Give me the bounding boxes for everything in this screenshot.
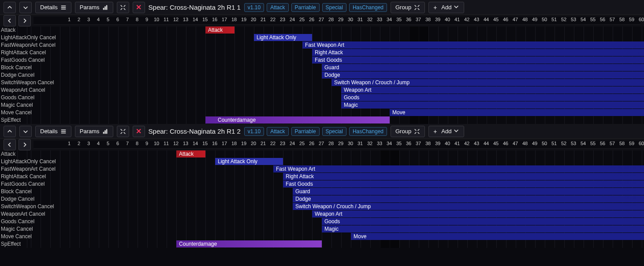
timeline-bar[interactable]: Magic [341, 101, 644, 109]
timeline-bar[interactable]: Fast Goods [312, 56, 644, 64]
bar-label: Attack [208, 27, 223, 33]
ruler-tick: 1 [68, 17, 71, 22]
version-tag[interactable]: v1.10 [244, 127, 264, 136]
collapse-button[interactable] [117, 2, 129, 13]
timeline-bar[interactable]: Guard [322, 64, 644, 71]
timeline-bar[interactable]: Right Attack [283, 173, 644, 180]
ruler-tick: 44 [484, 17, 489, 22]
timeline-bar[interactable]: Dodge [293, 195, 644, 202]
parriable-tag[interactable]: Parriable [291, 3, 320, 12]
ruler-tick: 19 [241, 17, 246, 22]
timeline-bar[interactable]: Light Attack Only [254, 34, 312, 41]
bar-label: Counterdamage [179, 241, 217, 247]
ruler-tick: 57 [610, 17, 615, 22]
attack-tag[interactable]: Attack [267, 127, 288, 136]
ruler-tick: 59 [629, 141, 634, 146]
move-up-button[interactable] [4, 2, 16, 13]
haschanged-tag[interactable]: HasChanged [349, 127, 387, 136]
parriable-tag[interactable]: Parriable [291, 127, 320, 136]
timeline-bar[interactable]: Fast Weapon Art [273, 165, 644, 172]
attack-tag[interactable]: Attack [267, 3, 288, 12]
ruler-tick: 47 [513, 141, 518, 146]
move-down-button[interactable] [19, 2, 32, 13]
ruler-tick: 26 [309, 17, 314, 22]
haschanged-tag[interactable]: HasChanged [349, 3, 387, 12]
scroll-left-button[interactable] [4, 15, 16, 26]
scroll-right-button[interactable] [19, 139, 31, 150]
timeline-bar[interactable]: Counterdamage [176, 240, 322, 247]
ruler-tick: 15 [202, 141, 208, 146]
timeline-bar[interactable]: Weapon Art [341, 86, 644, 94]
ruler-tick: 20 [251, 17, 256, 22]
bar-label: Switch Weapon / Crouch / Jump [295, 203, 371, 210]
ruler-tick: 16 [212, 17, 217, 22]
timeline-bar[interactable]: Switch Weapon / Crouch / Jump [331, 79, 644, 86]
bar-label: Fast Goods [315, 57, 342, 63]
timeline-bar[interactable]: Attack [205, 26, 235, 34]
ruler-tick: 28 [328, 141, 334, 146]
group-button[interactable]: Group [391, 2, 425, 13]
svg-rect-11 [106, 129, 107, 134]
tracks-area: AttackLightAttackOnly CancelFastWeaponAr… [0, 150, 644, 248]
ruler-tick: 19 [241, 141, 246, 146]
special-tag[interactable]: Special [322, 127, 346, 136]
ruler-tick: 25 [299, 141, 305, 146]
ruler-tick: 60 [639, 141, 644, 146]
params-label: Params [80, 128, 100, 135]
close-button[interactable]: ✕ [133, 126, 145, 137]
scroll-right-button[interactable] [19, 15, 31, 26]
svg-rect-0 [61, 5, 66, 6]
ruler-tick: 44 [484, 141, 489, 146]
move-up-button[interactable] [4, 126, 16, 137]
ruler-tick: 33 [377, 141, 382, 146]
timeline-bar[interactable]: Guard [293, 188, 644, 195]
ruler-tick: 45 [493, 17, 499, 22]
ruler-tick: 40 [445, 141, 450, 146]
special-tag[interactable]: Special [322, 3, 346, 12]
bar-label: Weapon Art [315, 211, 342, 217]
timeline-bar[interactable]: Dodge [322, 71, 644, 79]
timeline-bar[interactable]: Light Attack Only [215, 158, 283, 165]
group-button[interactable]: Group [391, 126, 425, 137]
timeline-panel: DetailsParams✕Spear: Cross-Naginata 2h R… [0, 124, 644, 248]
bar-label: Switch Weapon / Crouch / Jump [334, 79, 409, 86]
ruler-tick: 27 [319, 17, 324, 22]
chevron-down-icon [453, 4, 459, 11]
collapse-button[interactable] [117, 126, 129, 137]
timeline-bar[interactable]: Switch Weapon / Crouch / Jump [293, 203, 644, 210]
timeline-bar[interactable]: Weapon Art [312, 210, 644, 217]
add-button[interactable]: +Add [428, 126, 464, 137]
bar-label: Weapon Art [344, 87, 371, 93]
move-down-button[interactable] [19, 126, 32, 137]
ruler-tick: 25 [299, 17, 305, 22]
timeline-bar[interactable]: Right Attack [312, 49, 644, 56]
details-button[interactable]: Details [35, 126, 71, 137]
ruler-tick: 57 [610, 141, 615, 146]
timeline-bar[interactable]: Move [351, 233, 644, 240]
ruler-tick: 47 [513, 17, 518, 22]
timeline-bar[interactable]: Counterdamage [205, 116, 390, 124]
timeline-bar[interactable]: Fast Goods [283, 180, 644, 187]
close-button[interactable]: ✕ [133, 2, 145, 13]
svg-rect-8 [61, 132, 66, 133]
timeline-bar[interactable]: Attack [176, 150, 205, 157]
scroll-left-button[interactable] [4, 139, 16, 150]
timeline-bar[interactable]: Goods [341, 94, 644, 101]
timeline-bar[interactable]: Magic [322, 225, 644, 232]
ruler-tick: 38 [425, 17, 431, 22]
add-button[interactable]: +Add [428, 2, 464, 13]
version-tag[interactable]: v1.10 [244, 3, 264, 12]
params-button[interactable]: Params [75, 2, 113, 13]
ruler-tick: 34 [387, 17, 392, 22]
ruler-tick: 32 [367, 141, 372, 146]
ruler-tick: 23 [280, 141, 285, 146]
timeline-bar[interactable]: Fast Weapon Art [302, 41, 644, 49]
bar-label: Attack [179, 151, 194, 157]
ruler-tick: 51 [551, 141, 557, 146]
params-button[interactable]: Params [75, 126, 113, 137]
group-label: Group [395, 4, 411, 11]
details-button[interactable]: Details [35, 2, 71, 13]
timeline-bar[interactable]: Goods [322, 218, 644, 225]
timeline-bar[interactable]: Move [390, 109, 644, 116]
ruler-tick: 55 [590, 17, 596, 22]
